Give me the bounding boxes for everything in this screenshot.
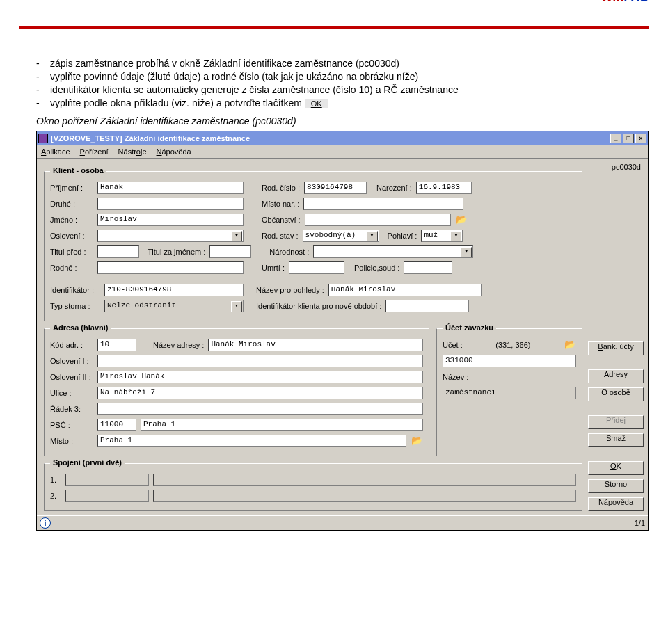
input-spojeni-1b bbox=[153, 474, 576, 486]
input-ulice[interactable]: Na nábřeží 7 bbox=[97, 387, 423, 399]
label-ulice: Ulice : bbox=[50, 389, 93, 397]
input-psc[interactable]: 11000 bbox=[97, 419, 136, 431]
label-umrti: Úmrtí : bbox=[262, 264, 285, 272]
label-kod-adr: Kód adr. : bbox=[50, 341, 93, 349]
label-policie: Policie,soud : bbox=[354, 264, 399, 272]
info-icon[interactable]: i bbox=[40, 517, 51, 529]
menu-porizeni[interactable]: Pořízení bbox=[80, 147, 109, 156]
menu-napoveda[interactable]: Nápověda bbox=[157, 147, 191, 156]
label-misto-nar: Místo nar. : bbox=[262, 200, 299, 208]
input-misto-nar[interactable] bbox=[303, 198, 463, 210]
input-jmeno[interactable]: Miroslav bbox=[97, 214, 244, 226]
status-bar: i 1/1 bbox=[37, 515, 648, 530]
window-titlebar: [VZOROVE_TESTY] Základní identifikace za… bbox=[37, 131, 648, 145]
input-nazev-adresy[interactable]: Hanák Miroslav bbox=[208, 339, 423, 351]
pridej-button[interactable]: Přidej bbox=[588, 415, 644, 429]
label-prijmeni: Příjmení : bbox=[50, 184, 93, 192]
group-adresa: Adresa (hlavní) Kód adr. : 10 Název adre… bbox=[44, 328, 429, 456]
group-legend: Klient - osoba bbox=[50, 166, 106, 175]
instruction-item: identifikátor klienta se automaticky gen… bbox=[36, 83, 649, 97]
label-misto: Místo : bbox=[50, 437, 93, 445]
label-ucet: Účet : bbox=[443, 341, 463, 349]
input-psc-mesto[interactable]: Praha 1 bbox=[141, 419, 423, 431]
input-osloveni1[interactable] bbox=[97, 355, 423, 367]
label-ucet-nazev: Název : bbox=[443, 373, 468, 381]
label-narodnost: Národnost : bbox=[269, 248, 309, 256]
group-legend: Účet závazku bbox=[443, 323, 496, 332]
maximize-button[interactable]: □ bbox=[623, 134, 634, 143]
bank-ucty-button[interactable]: Bank. účty bbox=[588, 341, 644, 355]
label-rod-cislo: Rod. číslo : bbox=[262, 184, 300, 192]
label-jmeno: Jméno : bbox=[50, 216, 93, 224]
combo-typ-storna[interactable]: Nelze odstranit bbox=[104, 300, 244, 312]
label-typ-storna: Typ storna : bbox=[50, 302, 100, 310]
input-umrti[interactable] bbox=[289, 261, 344, 274]
menu-aplikace[interactable]: Aplikace bbox=[41, 147, 70, 156]
label-osloveni2: Oslovení II : bbox=[50, 373, 93, 381]
input-ucet-nazev: zaměstnanci bbox=[443, 387, 576, 399]
combo-pohlavi[interactable]: muž bbox=[421, 230, 463, 242]
input-spojeni-2b bbox=[153, 490, 576, 502]
combo-narodnost[interactable] bbox=[313, 245, 473, 258]
folder-open-icon[interactable]: 📂 bbox=[411, 435, 423, 446]
input-radek3[interactable] bbox=[97, 403, 423, 415]
label-pohlavi: Pohlaví : bbox=[388, 232, 418, 240]
instruction-item: vyplňte podle okna příkladu (viz. níže) … bbox=[36, 97, 649, 110]
folder-open-icon[interactable]: 📂 bbox=[455, 214, 468, 225]
combo-osloveni[interactable] bbox=[97, 230, 244, 242]
label-spojeni-2: 2. bbox=[50, 492, 61, 500]
input-rodne[interactable] bbox=[97, 261, 244, 274]
label-osloveni: Oslovení : bbox=[50, 232, 93, 240]
instruction-item: vyplňte povinné údaje (žluté údaje) a ro… bbox=[36, 70, 649, 83]
status-page-indicator: 1/1 bbox=[635, 519, 645, 527]
input-spojeni-2a bbox=[65, 490, 149, 502]
input-nazev-pohledy[interactable]: Hanák Miroslav bbox=[328, 284, 482, 296]
window-title: [VZOROVE_TESTY] Základní identifikace za… bbox=[51, 134, 610, 143]
input-osloveni2[interactable]: Miroslav Hanák bbox=[97, 371, 423, 383]
adresy-button[interactable]: Adresy bbox=[588, 369, 644, 383]
label-osloveni1: Oslovení I : bbox=[50, 357, 93, 365]
brand-logo: WinFAS bbox=[601, 0, 649, 5]
input-prijmeni[interactable]: Hanák bbox=[97, 182, 244, 194]
input-rod-cislo[interactable]: 8309164798 bbox=[304, 182, 367, 194]
minimize-button[interactable]: _ bbox=[610, 134, 621, 143]
close-button[interactable]: × bbox=[635, 134, 646, 143]
label-radek3: Řádek 3: bbox=[50, 405, 93, 413]
instruction-item: zápis zaměstnance probíhá v okně Základn… bbox=[36, 57, 649, 70]
storno-button[interactable]: Storno bbox=[588, 479, 644, 493]
input-kod-adr[interactable]: 10 bbox=[97, 339, 136, 351]
input-narozeni[interactable]: 16.9.1983 bbox=[416, 182, 472, 194]
input-ucet[interactable]: 331000 bbox=[443, 355, 576, 367]
label-titul-za: Titul za jménem : bbox=[148, 248, 205, 256]
group-legend: Adresa (hlavní) bbox=[50, 323, 111, 332]
input-druhe[interactable] bbox=[97, 198, 244, 210]
input-spojeni-1a bbox=[65, 474, 149, 486]
smaz-button[interactable]: Smaž bbox=[588, 433, 644, 447]
instruction-text: vyplňte podle okna příkladu (viz. níže) … bbox=[50, 97, 302, 108]
combo-rod-stav[interactable]: svobodný(á) bbox=[303, 230, 379, 242]
napoveda-button[interactable]: Nápověda bbox=[588, 497, 644, 511]
folder-open-icon[interactable]: 📂 bbox=[564, 339, 576, 351]
input-titul-pred[interactable] bbox=[97, 245, 139, 258]
label-narozeni: Narození : bbox=[376, 184, 412, 192]
input-ident-nove[interactable] bbox=[385, 300, 469, 312]
label-nazev-adresy: Název adresy : bbox=[153, 341, 204, 349]
label-rodne: Rodné : bbox=[50, 264, 93, 272]
label-ucet-hint: (331, 366) bbox=[467, 341, 559, 349]
menu-bar: Aplikace Pořízení Nástroje Nápověda bbox=[37, 145, 648, 159]
input-obcanstvi[interactable] bbox=[305, 214, 451, 226]
menu-nastroje[interactable]: Nástroje bbox=[118, 147, 147, 156]
label-spojeni-1: 1. bbox=[50, 476, 61, 484]
label-titul-pred: Titul před : bbox=[50, 248, 93, 256]
o-osobe-button[interactable]: O osobě bbox=[588, 387, 644, 401]
input-identifikator[interactable]: z10-8309164798 bbox=[104, 284, 244, 296]
ok-button-inline: OK bbox=[305, 99, 328, 108]
input-titul-za[interactable] bbox=[209, 245, 251, 258]
label-rod-stav: Rod. stav : bbox=[262, 232, 299, 240]
instruction-list: zápis zaměstnance probíhá v okně Základn… bbox=[19, 57, 649, 110]
ok-button[interactable]: OK bbox=[588, 461, 644, 475]
group-legend: Spojení (první dvě) bbox=[50, 458, 125, 467]
input-policie[interactable] bbox=[404, 261, 452, 274]
group-klient-osoba: Klient - osoba Příjmení : Hanák Rod. čís… bbox=[44, 171, 582, 321]
input-misto[interactable]: Praha 1 bbox=[97, 435, 406, 447]
